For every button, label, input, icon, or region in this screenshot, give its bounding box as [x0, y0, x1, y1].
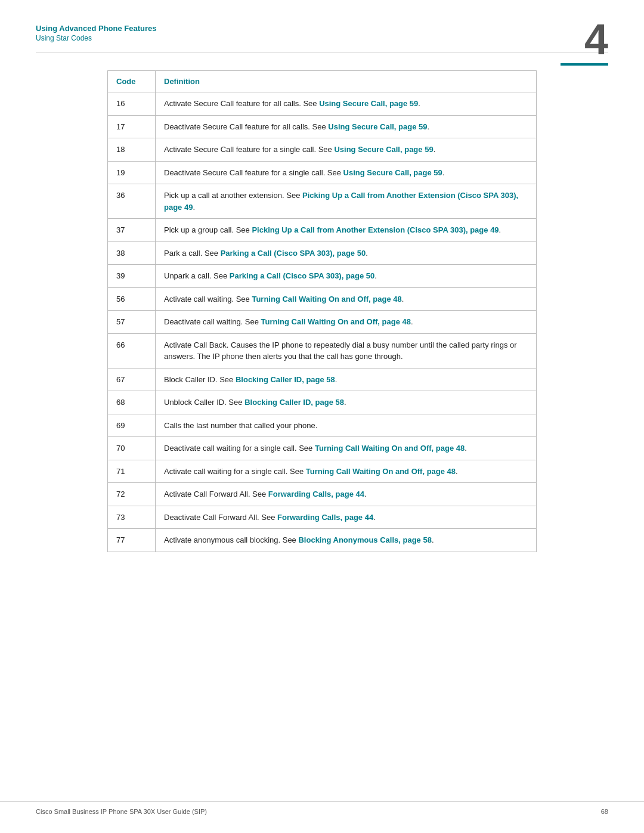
cell-definition: Unblock Caller ID. See Blocking Caller I…	[156, 391, 537, 414]
table-row: 72Activate Call Forward All. See Forward…	[108, 483, 537, 506]
cell-definition: Pick up a group call. See Picking Up a C…	[156, 219, 537, 242]
cell-code: 67	[108, 368, 156, 391]
table-row: 39Unpark a call. See Parking a Call (Cis…	[108, 265, 537, 288]
cell-definition: Calls the last number that called your p…	[156, 414, 537, 437]
table-row: 38Park a call. See Parking a Call (Cisco…	[108, 241, 537, 265]
definition-link[interactable]: Using Secure Call, page 59	[334, 145, 433, 154]
cell-definition: Activate call waiting for a single call.…	[156, 460, 537, 483]
definition-link[interactable]: Parking a Call (Cisco SPA 303), page 50	[221, 249, 366, 258]
definition-link[interactable]: Forwarding Calls, page 44	[268, 490, 364, 498]
cell-definition: Activate Call Back. Causes the IP phone …	[156, 333, 537, 368]
cell-definition: Deactivate Call Forward All. See Forward…	[156, 506, 537, 529]
table-row: 70Deactivate call waiting for a single c…	[108, 437, 537, 460]
table-row: 36Pick up a call at another extension. S…	[108, 184, 537, 219]
table-row: 19Deactivate Secure Call feature for a s…	[108, 161, 537, 184]
definition-link[interactable]: Turning Call Waiting On and Off, page 48	[261, 317, 411, 326]
content-area: Code Definition 16Activate Secure Call f…	[0, 52, 644, 576]
definition-link[interactable]: Picking Up a Call from Another Extension…	[252, 225, 499, 234]
definition-link[interactable]: Blocking Caller ID, page 58	[244, 398, 344, 407]
footer-page-number: 68	[601, 808, 608, 815]
cell-code: 18	[108, 138, 156, 162]
definition-link[interactable]: Using Secure Call, page 59	[328, 122, 427, 131]
table-row: 73Deactivate Call Forward All. See Forwa…	[108, 506, 537, 529]
table-row: 37Pick up a group call. See Picking Up a…	[108, 219, 537, 242]
definition-link[interactable]: Blocking Caller ID, page 58	[236, 375, 335, 384]
page-footer: Cisco Small Business IP Phone SPA 30X Us…	[0, 801, 644, 815]
table-row: 66Activate Call Back. Causes the IP phon…	[108, 333, 537, 368]
cell-definition: Deactivate call waiting. See Turning Cal…	[156, 311, 537, 334]
definition-link[interactable]: Using Secure Call, page 59	[343, 168, 442, 177]
chapter-number-bar	[561, 63, 608, 66]
definition-link[interactable]: Blocking Anonymous Calls, page 58	[298, 535, 431, 544]
table-row: 16Activate Secure Call feature for all c…	[108, 92, 537, 116]
cell-code: 70	[108, 437, 156, 460]
cell-definition: Pick up a call at another extension. See…	[156, 184, 537, 219]
table-row: 56Activate call waiting. See Turning Cal…	[108, 287, 537, 311]
column-header-code: Code	[108, 71, 156, 92]
cell-code: 66	[108, 333, 156, 368]
table-row: 67Block Caller ID. See Blocking Caller I…	[108, 368, 537, 391]
table-row: 77Activate anonymous call blocking. See …	[108, 529, 537, 552]
page-header: 4 Using Advanced Phone Features Using St…	[0, 0, 644, 42]
table-row: 57Deactivate call waiting. See Turning C…	[108, 311, 537, 334]
chapter-number-block: 4	[561, 18, 608, 66]
cell-code: 71	[108, 460, 156, 483]
cell-code: 57	[108, 311, 156, 334]
cell-code: 38	[108, 241, 156, 265]
definition-link[interactable]: Turning Call Waiting On and Off, page 48	[315, 444, 465, 453]
definition-link[interactable]: Using Secure Call, page 59	[319, 99, 418, 108]
cell-definition: Activate Secure Call feature for all cal…	[156, 92, 537, 116]
cell-definition: Activate call waiting. See Turning Call …	[156, 287, 537, 311]
cell-code: 73	[108, 506, 156, 529]
cell-definition: Park a call. See Parking a Call (Cisco S…	[156, 241, 537, 265]
cell-code: 19	[108, 161, 156, 184]
cell-definition: Deactivate Secure Call feature for all c…	[156, 115, 537, 138]
cell-code: 56	[108, 287, 156, 311]
table-row: 68Unblock Caller ID. See Blocking Caller…	[108, 391, 537, 414]
column-header-definition: Definition	[156, 71, 537, 92]
table-row: 17Deactivate Secure Call feature for all…	[108, 115, 537, 138]
cell-code: 17	[108, 115, 156, 138]
cell-definition: Activate anonymous call blocking. See Bl…	[156, 529, 537, 552]
cell-code: 37	[108, 219, 156, 242]
cell-code: 77	[108, 529, 156, 552]
cell-code: 68	[108, 391, 156, 414]
cell-definition: Deactivate Secure Call feature for a sin…	[156, 161, 537, 184]
table-header-row: Code Definition	[108, 71, 537, 92]
star-codes-table: Code Definition 16Activate Secure Call f…	[107, 70, 537, 552]
page-container: 4 Using Advanced Phone Features Using St…	[0, 0, 644, 833]
cell-definition: Block Caller ID. See Blocking Caller ID,…	[156, 368, 537, 391]
table-row: 71Activate call waiting for a single cal…	[108, 460, 537, 483]
cell-code: 36	[108, 184, 156, 219]
cell-code: 69	[108, 414, 156, 437]
footer-left: Cisco Small Business IP Phone SPA 30X Us…	[36, 808, 207, 815]
chapter-title: Using Advanced Phone Features	[36, 24, 608, 33]
cell-definition: Unpark a call. See Parking a Call (Cisco…	[156, 265, 537, 288]
cell-code: 72	[108, 483, 156, 506]
cell-code: 39	[108, 265, 156, 288]
cell-definition: Activate Secure Call feature for a singl…	[156, 138, 537, 162]
table-row: 18Activate Secure Call feature for a sin…	[108, 138, 537, 162]
definition-link[interactable]: Turning Call Waiting On and Off, page 48	[306, 467, 456, 476]
cell-code: 16	[108, 92, 156, 116]
cell-definition: Deactivate call waiting for a single cal…	[156, 437, 537, 460]
definition-link[interactable]: Forwarding Calls, page 44	[277, 513, 373, 522]
chapter-number: 4	[561, 18, 608, 61]
definition-link[interactable]: Picking Up a Call from Another Extension…	[164, 191, 518, 212]
section-subtitle: Using Star Codes	[36, 34, 608, 42]
definition-link[interactable]: Parking a Call (Cisco SPA 303), page 50	[230, 271, 374, 280]
table-row: 69Calls the last number that called your…	[108, 414, 537, 437]
definition-link[interactable]: Turning Call Waiting On and Off, page 48	[252, 295, 401, 304]
cell-definition: Activate Call Forward All. See Forwardin…	[156, 483, 537, 506]
